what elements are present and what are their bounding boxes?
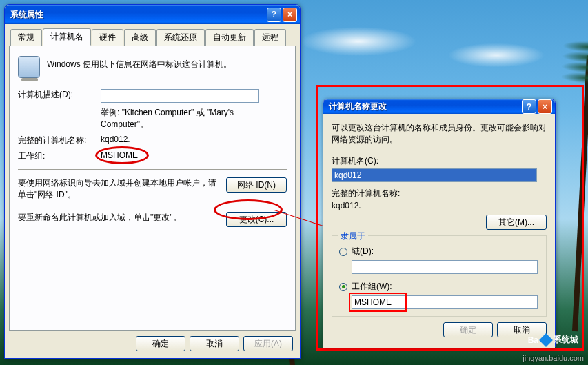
intro-text: 可以更改这台计算机的名称和成员身份。更改可能会影响对网络资源的访问。	[332, 122, 547, 146]
tabstrip: 常规 计算机名 硬件 高级 系统还原 自动更新 远程	[9, 28, 296, 46]
apply-button[interactable]: 应用(A)	[243, 336, 293, 351]
computer-icon	[18, 56, 40, 78]
watermark: jingyan.baidu.com	[523, 354, 584, 362]
workgroup-radio-row[interactable]: 工作组(W):	[339, 281, 539, 293]
workgroup-input[interactable]	[352, 295, 538, 309]
help-button[interactable]: ?	[522, 99, 536, 114]
tab-remote[interactable]: 远程	[254, 29, 286, 46]
tab-general[interactable]: 常规	[10, 29, 42, 46]
domain-radio-row[interactable]: 域(D):	[339, 246, 539, 257]
tab-auto-update[interactable]: 自动更新	[205, 29, 254, 46]
change-text: 要重新命名此计算机或加入域，单击"更改"。	[18, 212, 226, 224]
change-button[interactable]: 更改(C)...	[226, 212, 287, 227]
full-computer-name-value: kqd012.	[101, 135, 130, 144]
domain-input[interactable]	[352, 260, 538, 274]
workgroup-value: MSHOME	[101, 150, 138, 160]
full-name-label: 完整的计算机名称:	[332, 188, 547, 199]
domain-label: 域(D):	[352, 246, 374, 257]
workgroup-label: 工作组:	[18, 150, 101, 162]
ok-button[interactable]: 确定	[443, 322, 493, 337]
window-title: 系统属性	[10, 9, 265, 21]
network-id-button[interactable]: 网络 ID(N)	[226, 177, 287, 193]
description-label: 计算机描述(D):	[18, 89, 101, 101]
computer-name-changes-window: 计算机名称更改 ? × 可以更改这台计算机的名称和成员身份。更改可能会影响对网络…	[323, 99, 556, 347]
titlebar[interactable]: 计算机名称更改 ? ×	[323, 99, 555, 114]
dialog-buttons: 确定 取消 应用(A)	[9, 331, 296, 354]
window-title: 计算机名称更改	[329, 101, 520, 112]
radio-icon	[339, 283, 347, 291]
description-example: 举例: "Kitchen Computer" 或 "Mary's Compute…	[101, 107, 266, 130]
titlebar[interactable]: 系统属性 ? ×	[5, 5, 300, 24]
dialog-buttons: 确定 取消	[332, 317, 547, 340]
tab-computer-name[interactable]: 计算机名	[43, 28, 91, 46]
system-properties-window: 系统属性 ? × 常规 计算机名 硬件 高级 系统还原 自动更新 远程 Wind…	[4, 4, 301, 359]
intro-text: Windows 使用以下信息在网络中标识这台计算机。	[47, 56, 232, 70]
radio-icon	[339, 248, 347, 256]
full-name-label: 完整的计算机名称:	[18, 135, 101, 146]
member-of-group: 隶属于 域(D): 工作组(W):	[332, 235, 547, 317]
workgroup-radio-label: 工作组(W):	[352, 281, 392, 293]
tab-hardware[interactable]: 硬件	[92, 29, 123, 46]
help-button[interactable]: ?	[267, 8, 281, 22]
full-computer-name-value: kqd012.	[332, 201, 547, 210]
cancel-button[interactable]: 取消	[497, 322, 547, 337]
computer-name-label: 计算机名(C):	[332, 155, 547, 167]
tab-page-computer-name: Windows 使用以下信息在网络中标识这台计算机。 计算机描述(D): 举例:…	[9, 46, 296, 331]
netid-text: 要使用网络标识向导去加入域并创建本地用户帐户，请单击"网络 ID"。	[18, 177, 226, 201]
ok-button[interactable]: 确定	[136, 336, 185, 351]
tab-system-restore[interactable]: 系统还原	[156, 29, 205, 46]
more-button[interactable]: 其它(M)...	[486, 215, 547, 230]
close-button[interactable]: ×	[283, 8, 297, 22]
tab-advanced[interactable]: 高级	[124, 29, 156, 46]
cancel-button[interactable]: 取消	[190, 336, 239, 351]
description-input[interactable]	[101, 89, 259, 103]
computer-name-input[interactable]	[332, 168, 537, 182]
member-of-legend: 隶属于	[338, 230, 368, 242]
close-button[interactable]: ×	[538, 99, 552, 114]
